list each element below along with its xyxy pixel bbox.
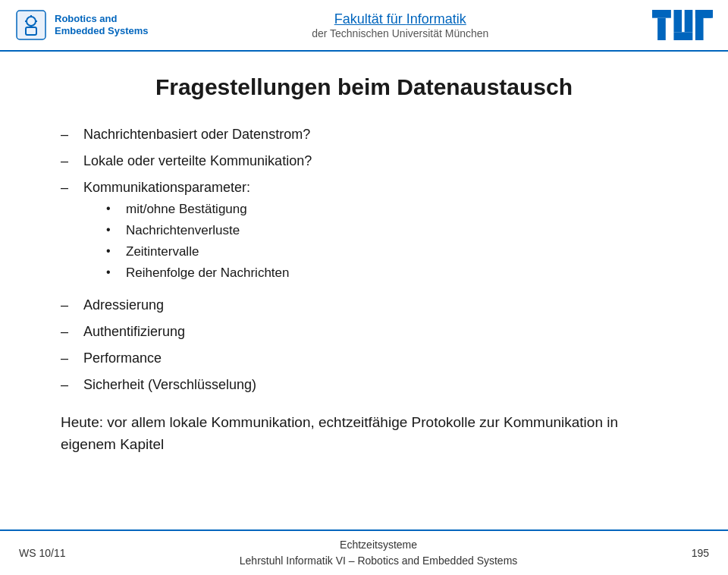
dash-icon: – xyxy=(61,350,77,366)
list-item: • mit/ohne Bestätigung xyxy=(106,202,289,217)
sub-bullet-list: • mit/ohne Bestätigung • Nachrichtenverl… xyxy=(106,202,289,281)
dash-icon: – xyxy=(61,153,77,169)
sub-bullet3: Zeitintervalle xyxy=(126,244,199,259)
main-content: Fragestellungen beim Datenaustausch – Na… xyxy=(0,52,728,529)
bullet-dot: • xyxy=(106,266,120,279)
footer-page-number: 195 xyxy=(692,547,709,559)
svg-rect-14 xyxy=(695,10,713,18)
bullet2-text: Lokale oder verteilte Kommunikation? xyxy=(83,153,312,169)
bullet-dot: • xyxy=(106,244,120,258)
department-logo-icon xyxy=(15,9,47,41)
footer-course-line2: Lehrstuhl Informatik VI – Robotics and E… xyxy=(240,553,518,569)
list-item: – Performance xyxy=(61,350,667,366)
slide-title: Fragestellungen beim Datenaustausch xyxy=(61,74,667,100)
header-right xyxy=(652,10,713,40)
department-name: Robotics and Embedded Systems xyxy=(55,13,149,36)
list-item: • Nachrichtenverluste xyxy=(106,223,289,238)
bullet7-text: Sicherheit (Verschlüsselung) xyxy=(83,377,256,393)
header-center: Fakultät für Informatik der Technischen … xyxy=(149,11,652,39)
bullet-dot: • xyxy=(106,223,120,237)
svg-rect-10 xyxy=(673,32,692,40)
bullet3-text: Kommunikationsparameter: xyxy=(83,180,250,195)
faculty-label: Fakultät für Informatik xyxy=(149,11,652,27)
faculty-prefix: Fakultät für xyxy=(334,11,406,27)
sub-bullet2: Nachrichtenverluste xyxy=(126,223,240,238)
bullet-dot: • xyxy=(106,202,120,215)
list-item: – Sicherheit (Verschlüsselung) xyxy=(61,377,667,393)
bullet1-text: Nachrichtenbasiert oder Datenstrom? xyxy=(83,127,310,143)
bullet-list: – Nachrichtenbasiert oder Datenstrom? – … xyxy=(61,127,667,393)
footer-course: Echtzeitsysteme Lehrstuhl Informatik VI … xyxy=(240,537,518,569)
bullet3-container: Kommunikationsparameter: • mit/ohne Best… xyxy=(83,180,289,287)
footer: WS 10/11 Echtzeitsysteme Lehrstuhl Infor… xyxy=(0,529,728,575)
dash-icon: – xyxy=(61,127,77,143)
svg-rect-9 xyxy=(673,10,682,32)
dept-line2: Embedded Systems xyxy=(55,25,149,37)
dash-icon: – xyxy=(61,297,77,313)
dash-icon: – xyxy=(61,324,77,340)
list-item: • Reihenfolge der Nachrichten xyxy=(106,266,289,281)
dash-icon: – xyxy=(61,180,77,196)
footer-course-line1: Echtzeitsysteme xyxy=(240,537,518,553)
list-item: – Lokale oder verteilte Kommunikation? xyxy=(61,153,667,169)
footer-semester: WS 10/11 xyxy=(19,547,65,559)
list-item: – Kommunikationsparameter: • mit/ohne Be… xyxy=(61,180,667,287)
bullet4-text: Adressierung xyxy=(83,297,164,313)
sub-bullet4: Reihenfolge der Nachrichten xyxy=(126,266,289,281)
tum-logo xyxy=(652,10,713,40)
sub-bullet1: mit/ohne Bestätigung xyxy=(126,202,247,217)
header: Robotics and Embedded Systems Fakultät f… xyxy=(0,0,728,52)
bullet5-text: Authentifizierung xyxy=(83,324,185,340)
svg-rect-11 xyxy=(685,10,693,32)
svg-rect-7 xyxy=(652,10,671,18)
today-paragraph: Heute: vor allem lokale Kommunikation, e… xyxy=(61,412,667,455)
faculty-highlight: Informatik xyxy=(406,11,466,27)
list-item: • Zeitintervalle xyxy=(106,244,289,259)
university-label: der Technischen Universität München xyxy=(149,27,652,39)
dept-line1: Robotics and xyxy=(55,13,149,25)
bullet6-text: Performance xyxy=(83,350,162,366)
list-item: – Nachrichtenbasiert oder Datenstrom? xyxy=(61,127,667,143)
dash-icon: – xyxy=(61,377,77,393)
svg-rect-8 xyxy=(657,18,666,40)
header-left: Robotics and Embedded Systems xyxy=(15,9,149,41)
list-item: – Authentifizierung xyxy=(61,324,667,340)
list-item: – Adressierung xyxy=(61,297,667,313)
